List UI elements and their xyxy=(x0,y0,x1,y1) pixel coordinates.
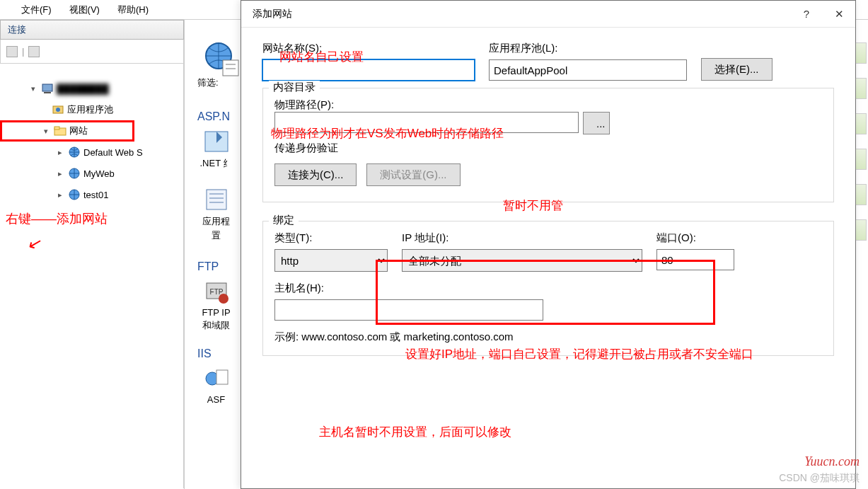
svg-rect-1 xyxy=(44,92,51,93)
feature-icon[interactable]: FTP xyxy=(202,277,231,306)
ip-address-label: IP 地址(I): xyxy=(402,231,642,245)
feature-icon[interactable] xyxy=(202,364,231,393)
physical-path-label: 物理路径(P): xyxy=(274,98,334,110)
site-name-label: 网站名称(S): xyxy=(262,42,475,55)
port-label: 端口(O): xyxy=(656,231,734,245)
toolbar-icon[interactable] xyxy=(28,46,40,57)
svg-rect-18 xyxy=(216,370,228,384)
feature-view: 筛选: ASP.N .NET 纟 应用程 置 FTP FTP FTP IP 和域… xyxy=(184,20,248,489)
right-strip xyxy=(855,42,868,488)
add-website-dialog: 添加网站 ? ✕ 网站名称(S): 应用程序池(L): . 选择(E)... 内… xyxy=(241,0,856,489)
feature-icon[interactable] xyxy=(202,127,231,156)
app-pool-label: 应用程序池(L): xyxy=(489,42,687,55)
connections-tree: ▾ ████████ 应用程序池 ▾ 网站 ▸ Default Web S ▸ … xyxy=(0,64,184,488)
svg-rect-20 xyxy=(223,60,238,76)
annotation-rightclick: 右键——添加网站 xyxy=(6,210,108,227)
dialog-titlebar: 添加网站 ? ✕ xyxy=(241,1,855,28)
type-select[interactable]: http xyxy=(274,249,388,272)
toolbar-icon[interactable] xyxy=(6,46,18,57)
tree-site-myweb[interactable]: ▸ MyWeb xyxy=(0,163,183,184)
globe-icon xyxy=(68,146,81,159)
site-name-input[interactable] xyxy=(262,59,475,81)
hostname-input[interactable] xyxy=(274,299,543,321)
chevron-right-icon[interactable]: ▸ xyxy=(55,169,65,178)
connections-header: 连接 xyxy=(0,20,184,40)
ip-address-select[interactable]: 全部未分配 xyxy=(402,249,642,272)
close-button[interactable]: ✕ xyxy=(823,4,855,25)
connections-toolbar: | xyxy=(0,40,184,64)
globe-icon xyxy=(68,167,81,180)
watermark: Yuucn.com xyxy=(804,454,860,469)
tree-site-default[interactable]: ▸ Default Web S xyxy=(0,142,183,163)
menu-help[interactable]: 帮助(H) xyxy=(117,4,149,16)
group-title: 内容目录 xyxy=(269,81,320,94)
connect-as-button[interactable]: 连接为(C)... xyxy=(274,163,357,186)
hostname-example: 示例: www.contoso.com 或 marketing.contoso.… xyxy=(274,330,822,344)
binding-group: 绑定 类型(T): http IP 地址(I): 全部未分配 端口(O): 主机… xyxy=(262,221,834,356)
annotation-hostname: 主机名暂时不用设置，后面可以修改 xyxy=(319,424,511,440)
menu-view[interactable]: 视图(V) xyxy=(69,4,100,16)
chevron-down-icon[interactable]: ▾ xyxy=(41,127,51,136)
annotation-arrow: ↙ xyxy=(26,232,45,255)
globe-icon xyxy=(68,188,81,201)
tree-sites[interactable]: ▾ 网站 xyxy=(0,120,134,142)
folder-icon xyxy=(54,125,66,137)
test-settings-button: 测试设置(G)... xyxy=(366,163,460,186)
tree-site-test01[interactable]: ▸ test01 xyxy=(0,184,183,205)
csdn-credit: CSDN @茄味琪琪 xyxy=(779,472,860,485)
browse-button[interactable]: ... xyxy=(583,112,610,134)
chevron-right-icon[interactable]: ▸ xyxy=(55,190,65,200)
svg-rect-10 xyxy=(207,190,226,209)
port-input[interactable] xyxy=(656,249,734,270)
select-app-pool-button[interactable]: 选择(E)... xyxy=(701,58,772,81)
group-title: 绑定 xyxy=(269,214,299,227)
pass-through-auth-label: 传递身份验证 xyxy=(274,142,822,155)
type-label: 类型(T): xyxy=(274,231,388,245)
hostname-label: 主机名(H): xyxy=(274,282,543,295)
server-icon xyxy=(41,82,54,95)
chevron-down-icon[interactable]: ▾ xyxy=(28,84,38,93)
chevron-right-icon[interactable]: ▸ xyxy=(55,148,65,157)
svg-rect-5 xyxy=(54,127,59,130)
tree-app-pools[interactable]: 应用程序池 xyxy=(0,99,183,120)
menu-file[interactable]: 文件(F) xyxy=(21,4,52,16)
dialog-title: 添加网站 xyxy=(253,8,292,21)
tree-server[interactable]: ▾ ████████ xyxy=(0,78,183,99)
physical-path-input[interactable] xyxy=(274,112,579,133)
svg-rect-0 xyxy=(42,84,52,91)
content-directory-group: 内容目录 物理路径(P): ... 传递身份验证 连接为(C)... 测试设置(… xyxy=(262,88,834,202)
svg-point-16 xyxy=(219,294,228,304)
app-pool-icon xyxy=(52,103,64,116)
website-icon xyxy=(203,40,241,79)
app-pool-input xyxy=(489,59,687,81)
feature-icon[interactable] xyxy=(202,185,231,214)
svg-point-3 xyxy=(56,108,60,112)
help-button[interactable]: ? xyxy=(790,4,823,25)
